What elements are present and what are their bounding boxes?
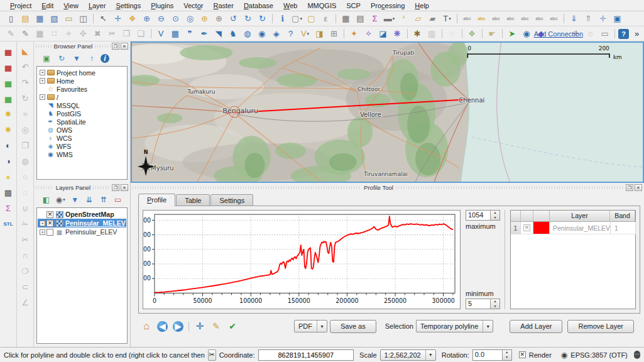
add-feature-icon[interactable]: ∷	[48, 28, 61, 40]
trim-extend-icon[interactable]: ∠	[18, 297, 32, 309]
zoom-full-icon[interactable]: ❖	[126, 13, 139, 25]
layer-checkbox-peninsular-melev[interactable]: ✕	[46, 220, 53, 227]
save-project-as-icon[interactable]: ▧	[48, 13, 61, 25]
label-rotate-icon[interactable]: abc	[518, 13, 532, 25]
apply-profile-icon[interactable]: ✔	[225, 319, 240, 333]
messages-icon[interactable]: ⋯	[634, 351, 640, 359]
add-delimited-text-icon[interactable]: ❞	[183, 28, 196, 40]
vertex-tool-icon[interactable]: ✧	[62, 28, 75, 40]
metasearch-icon[interactable]: ◉	[520, 28, 533, 40]
layer-color-swatch[interactable]	[533, 222, 549, 234]
menu-web[interactable]: Web	[278, 1, 302, 10]
show-bookmarks-icon[interactable]: ▰	[426, 13, 439, 25]
scp-roi-icon[interactable]: ●	[1, 171, 15, 183]
selection-select[interactable]: Temporary polyline ▾	[416, 320, 493, 332]
elevation-pin-icon[interactable]: ✛	[569, 28, 582, 40]
back-icon[interactable]: ◀	[157, 321, 168, 332]
browser-item-home[interactable]: +Home	[38, 77, 126, 85]
georeferencer-icon[interactable]: ◪	[376, 28, 390, 40]
virtual-raster-icon[interactable]: ✧	[362, 28, 375, 40]
zoom-out-icon[interactable]: ⊖	[155, 13, 168, 25]
expander-icon[interactable]: +	[40, 229, 45, 235]
zoom-to-layer-icon[interactable]: ⊕	[212, 13, 226, 25]
spin-down-icon[interactable]: ▼	[503, 355, 511, 360]
osm-tools-icon[interactable]: ✦	[347, 28, 361, 40]
menu-layer[interactable]: Layer	[84, 1, 111, 10]
simplify-feature-icon[interactable]: ≈	[18, 108, 32, 120]
expander-icon[interactable]: +	[40, 94, 45, 100]
menu-database[interactable]: Database	[239, 1, 278, 10]
add-mssql-layer-icon[interactable]: ◥	[212, 28, 225, 40]
copy-features-icon[interactable]: ❐	[120, 28, 133, 40]
label-highlight-icon[interactable]: abc	[475, 13, 488, 25]
maximum-spin-buttons[interactable]: ▲▼	[490, 211, 499, 220]
map-canvas[interactable]: TumakuruTumakuruBengaluruBengaluruMysuru…	[131, 41, 644, 183]
render-checkbox[interactable]: ✕	[519, 351, 526, 358]
pan-map-icon[interactable]: ✛	[111, 13, 124, 25]
statistics-icon[interactable]: Σ	[368, 13, 381, 25]
tab-settings[interactable]: Settings	[210, 194, 253, 206]
delete-ring-icon[interactable]: ○	[18, 171, 32, 183]
add-oracle-layer-icon[interactable]: ?	[284, 28, 297, 40]
coordinate-input[interactable]	[258, 349, 354, 361]
expand-all-icon[interactable]: ⇊	[83, 194, 95, 206]
label-show-icon[interactable]: abc	[489, 13, 503, 25]
scp-band-processing-icon[interactable]: ✸	[1, 124, 15, 136]
osm-place-search-icon[interactable]: ❖	[466, 28, 479, 40]
label-change-icon[interactable]: abc	[533, 13, 546, 25]
browser-item-wcs[interactable]: ♁WCS	[38, 134, 126, 142]
remove-layer-button[interactable]: Remove Layer	[567, 320, 634, 333]
reshape-features-icon[interactable]: ∪	[18, 202, 32, 214]
rotation-spinbox[interactable]: 0.0 ▲▼	[472, 349, 512, 361]
save-project-icon[interactable]: ▦	[33, 13, 46, 25]
menu-view[interactable]: View	[58, 1, 84, 10]
zoom-next-icon[interactable]: ↻	[241, 13, 254, 25]
new-shapefile-layer-icon[interactable]: V▾	[298, 28, 312, 40]
menu-vector[interactable]: Vector	[178, 1, 208, 10]
add-wfs-layer-icon[interactable]: ◈	[270, 28, 283, 40]
profile-chart[interactable]: 2004006008001000050000100000150000200000…	[143, 210, 461, 309]
label-pin-icon[interactable]: abc	[461, 13, 474, 25]
delete-part-icon[interactable]: ◌	[18, 187, 32, 199]
forward-icon[interactable]: ▶	[173, 321, 183, 332]
add-vector-layer-icon[interactable]: V	[155, 28, 168, 40]
attribute-table-icon[interactable]: ▦	[339, 13, 352, 25]
label-move-icon[interactable]: abc	[504, 13, 517, 25]
properties-widget-icon[interactable]: i	[101, 54, 109, 63]
embed-layers-icon[interactable]: ⊞	[327, 28, 341, 40]
spin-up-icon[interactable]: ▲	[491, 299, 499, 304]
rotation-spin-buttons[interactable]: ▲▼	[502, 350, 511, 360]
layout-manager-icon[interactable]: ◫	[77, 13, 90, 25]
new-project-icon[interactable]: ▯	[4, 13, 18, 25]
help-icon[interactable]: ?	[618, 29, 629, 39]
layers-panel-float-icon[interactable]: ❐	[112, 184, 119, 191]
profile-tool-close-icon[interactable]: ✕	[635, 184, 642, 191]
zoom-last-icon[interactable]: ↺	[227, 13, 240, 25]
browser-item-postgis[interactable]: ♞PostGIS	[38, 109, 126, 118]
pan-profile-icon[interactable]: ✛	[192, 319, 207, 333]
add-connection-link[interactable]: Add Connection	[552, 28, 565, 40]
tracing-icon[interactable]: ✂	[208, 349, 216, 361]
rotate-feature-icon[interactable]: ↻	[18, 92, 32, 104]
menu-plugins[interactable]: Plugins	[146, 1, 178, 10]
select-on-map-icon[interactable]: ➤	[506, 28, 519, 40]
scp-band-set-icon[interactable]: ▅	[1, 45, 15, 57]
add-wms-layer-icon[interactable]: ◍	[241, 28, 254, 40]
expander-icon[interactable]: +	[40, 78, 45, 84]
current-edits-icon[interactable]: ✎	[4, 28, 18, 40]
search-layers-icon[interactable]: ◌	[584, 28, 597, 40]
profile-layer-checkbox[interactable]: ✕	[523, 224, 530, 231]
toggle-editing-icon[interactable]: ✎	[19, 28, 32, 40]
browser-item-spatialite[interactable]: ✒SpatiaLite	[38, 118, 126, 126]
browser-item-ows[interactable]: ◍OWS	[38, 126, 126, 134]
minimum-spinbox[interactable]: 5 ▲▼	[466, 299, 500, 309]
vertex-editor-icon[interactable]: ❍	[18, 265, 32, 277]
layer-checkbox-openstreetmap[interactable]: ✕	[46, 211, 53, 218]
scp-band-calc-icon[interactable]: Σ	[1, 202, 15, 214]
collapse-all-icon[interactable]: ↑	[85, 53, 98, 64]
menu-project[interactable]: Project	[5, 1, 36, 10]
touch-zoom-icon[interactable]: ↖	[97, 13, 110, 25]
browser-item--[interactable]: +/	[38, 93, 126, 101]
select-features-icon[interactable]: ▢▾	[290, 13, 303, 25]
tab-profile[interactable]: Profile	[138, 194, 175, 206]
